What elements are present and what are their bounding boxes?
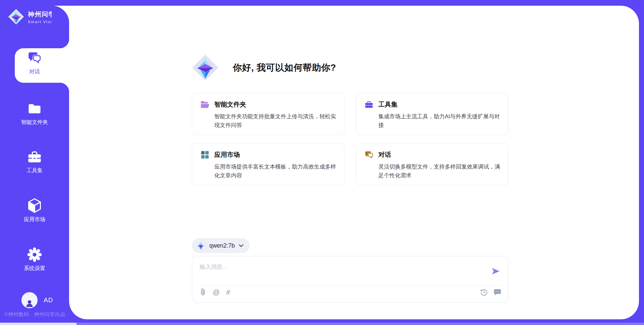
card-description: 集成市场上主流工具，助力AI与外界无缝扩展与对接 bbox=[378, 112, 500, 129]
apps-grid-icon bbox=[200, 150, 210, 159]
sidebar-item-chat[interactable]: 对话 bbox=[0, 51, 69, 75]
user-avatar-icon bbox=[21, 292, 38, 308]
card-chat[interactable]: 对话 灵活切换多模型文件，支持多样回复效果调试，满足个性化需求 bbox=[356, 143, 508, 185]
sidebar-item-settings[interactable]: 系统设置 bbox=[0, 247, 69, 272]
gear-icon bbox=[27, 247, 42, 262]
tab-fillet-top bbox=[60, 39, 69, 48]
main-content-surface: 你好, 我可以如何帮助你? 智能文件夹 智能文件夹功能支持批量文件上传与清洗，轻… bbox=[69, 6, 639, 319]
greeting-diamond-icon bbox=[192, 54, 219, 81]
card-head: 对话 bbox=[364, 150, 500, 159]
topic-button[interactable]: # bbox=[226, 288, 230, 296]
brand-diamond-icon bbox=[8, 9, 24, 25]
card-head: 智能文件夹 bbox=[200, 100, 336, 109]
sidebar-item-toolset[interactable]: 工具集 bbox=[0, 149, 69, 174]
chat-icon bbox=[28, 51, 42, 65]
card-toolset[interactable]: 工具集 集成市场上主流工具，助力AI与外界无缝扩展与对接 bbox=[356, 93, 508, 135]
user-name: AD bbox=[44, 297, 53, 304]
open-folder-icon bbox=[200, 100, 210, 109]
card-smart-folder[interactable]: 智能文件夹 智能文件夹功能支持批量文件上传与清洗，轻松实现文件问答 bbox=[192, 93, 344, 135]
card-app-market[interactable]: 应用市场 应用市场提供丰富长文本模板，助力高效生成多样化文章内容 bbox=[192, 143, 344, 185]
chevron-down-icon bbox=[239, 244, 244, 247]
quick-reply-icon bbox=[493, 288, 501, 296]
model-name: qwen2:7b bbox=[209, 242, 235, 249]
brand-diamond-icon bbox=[196, 241, 205, 250]
quick-reply-button[interactable] bbox=[493, 288, 501, 296]
history-icon bbox=[480, 288, 488, 296]
greeting: 你好, 我可以如何帮助你? bbox=[192, 54, 508, 81]
mention-button[interactable]: @ bbox=[213, 288, 220, 296]
at-icon: @ bbox=[213, 288, 220, 296]
app-page: 神州问学 Smart Vision 对话 智能文件夹 工具 bbox=[0, 0, 644, 325]
card-description: 灵活切换多模型文件，支持多样回复效果调试，满足个性化需求 bbox=[378, 162, 500, 180]
composer-input-row bbox=[200, 261, 501, 285]
brand-logo[interactable]: 神州问学 Smart Vision bbox=[8, 9, 58, 25]
attach-button[interactable] bbox=[200, 288, 206, 297]
model-selector[interactable]: qwen2:7b bbox=[192, 238, 250, 253]
sidebar: 神州问学 Smart Vision 对话 智能文件夹 工具 bbox=[0, 0, 69, 325]
message-composer: @ # bbox=[192, 256, 508, 303]
content-column: 你好, 我可以如何帮助你? 智能文件夹 智能文件夹功能支持批量文件上传与清洗，轻… bbox=[192, 54, 508, 303]
send-button[interactable] bbox=[490, 266, 501, 276]
tab-fillet-bottom bbox=[60, 83, 69, 92]
composer-toolbar: @ # bbox=[200, 285, 501, 299]
cube-icon bbox=[27, 198, 42, 213]
feature-cards: 智能文件夹 智能文件夹功能支持批量文件上传与清洗，轻松实现文件问答 工具集 集成… bbox=[192, 93, 508, 185]
card-description: 应用市场提供丰富长文本模板，助力高效生成多样化文章内容 bbox=[214, 162, 336, 180]
folder-icon bbox=[27, 101, 42, 116]
sidebar-item-app-market[interactable]: 应用市场 bbox=[0, 198, 69, 223]
toolbox-icon bbox=[364, 100, 374, 109]
horizontal-scrollbar[interactable] bbox=[0, 323, 644, 325]
sidebar-item-label: 应用市场 bbox=[24, 216, 45, 223]
sidebar-item-smart-folder[interactable]: 智能文件夹 bbox=[0, 101, 69, 126]
toolbox-icon bbox=[27, 149, 42, 164]
surface-top-fillet bbox=[52, 6, 69, 23]
history-button[interactable] bbox=[480, 288, 488, 296]
card-head: 应用市场 bbox=[200, 150, 336, 159]
send-icon bbox=[491, 267, 501, 276]
message-input[interactable] bbox=[200, 261, 490, 280]
card-head: 工具集 bbox=[364, 100, 500, 109]
paperclip-icon bbox=[200, 288, 206, 297]
sidebar-item-label: 对话 bbox=[29, 68, 40, 75]
card-description: 智能文件夹功能支持批量文件上传与清洗，轻松实现文件问答 bbox=[214, 112, 336, 129]
composer-tools-right bbox=[480, 288, 501, 296]
scrollbar-thumb[interactable] bbox=[0, 323, 76, 325]
card-title: 应用市场 bbox=[214, 150, 240, 159]
sidebar-item-label: 工具集 bbox=[26, 167, 43, 174]
sidebar-item-label: 系统设置 bbox=[24, 265, 45, 272]
card-title: 对话 bbox=[378, 150, 391, 159]
card-title: 智能文件夹 bbox=[214, 100, 246, 109]
sidebar-footer: ©神州数码 · 神州问学出品 bbox=[4, 311, 65, 318]
user-profile[interactable]: AD bbox=[21, 292, 53, 308]
sidebar-item-label: 智能文件夹 bbox=[21, 119, 48, 126]
chat-icon bbox=[364, 150, 374, 159]
card-title: 工具集 bbox=[378, 100, 397, 109]
greeting-title: 你好, 我可以如何帮助你? bbox=[233, 62, 336, 74]
hash-icon: # bbox=[226, 288, 230, 296]
composer-tools-left: @ # bbox=[200, 288, 230, 297]
